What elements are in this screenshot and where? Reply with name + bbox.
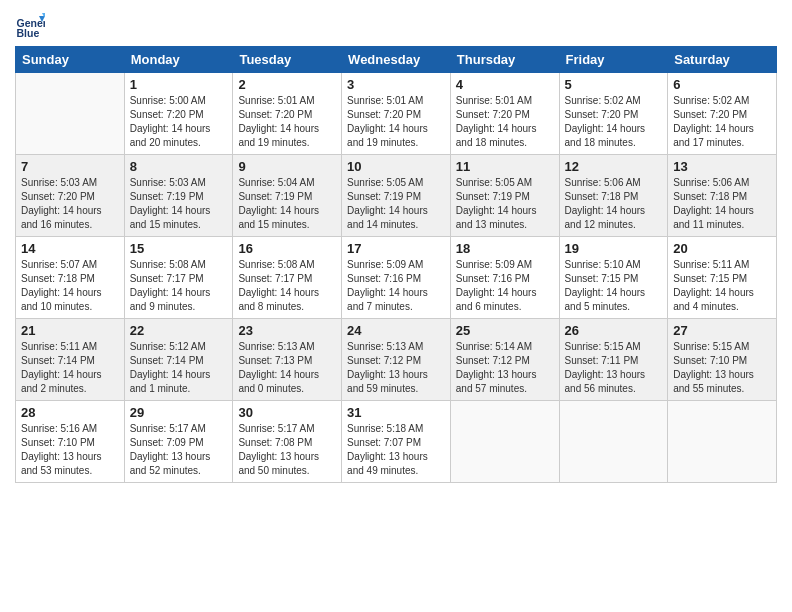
day-number: 31 [347,405,445,420]
week-row: 28Sunrise: 5:16 AM Sunset: 7:10 PM Dayli… [16,401,777,483]
day-number: 25 [456,323,554,338]
day-info: Sunrise: 5:15 AM Sunset: 7:10 PM Dayligh… [673,340,771,396]
weekday-header: Tuesday [233,47,342,73]
day-cell: 11Sunrise: 5:05 AM Sunset: 7:19 PM Dayli… [450,155,559,237]
day-info: Sunrise: 5:11 AM Sunset: 7:15 PM Dayligh… [673,258,771,314]
day-cell: 12Sunrise: 5:06 AM Sunset: 7:18 PM Dayli… [559,155,668,237]
day-info: Sunrise: 5:05 AM Sunset: 7:19 PM Dayligh… [347,176,445,232]
weekday-header: Saturday [668,47,777,73]
day-number: 9 [238,159,336,174]
day-number: 3 [347,77,445,92]
day-info: Sunrise: 5:03 AM Sunset: 7:19 PM Dayligh… [130,176,228,232]
day-info: Sunrise: 5:14 AM Sunset: 7:12 PM Dayligh… [456,340,554,396]
day-info: Sunrise: 5:18 AM Sunset: 7:07 PM Dayligh… [347,422,445,478]
day-info: Sunrise: 5:10 AM Sunset: 7:15 PM Dayligh… [565,258,663,314]
day-number: 14 [21,241,119,256]
day-cell: 29Sunrise: 5:17 AM Sunset: 7:09 PM Dayli… [124,401,233,483]
day-cell: 18Sunrise: 5:09 AM Sunset: 7:16 PM Dayli… [450,237,559,319]
day-info: Sunrise: 5:13 AM Sunset: 7:13 PM Dayligh… [238,340,336,396]
day-cell: 5Sunrise: 5:02 AM Sunset: 7:20 PM Daylig… [559,73,668,155]
weekday-header: Wednesday [342,47,451,73]
weekday-header: Thursday [450,47,559,73]
day-number: 30 [238,405,336,420]
day-number: 22 [130,323,228,338]
day-number: 7 [21,159,119,174]
day-number: 27 [673,323,771,338]
day-cell: 16Sunrise: 5:08 AM Sunset: 7:17 PM Dayli… [233,237,342,319]
logo: General Blue [15,10,49,40]
day-number: 23 [238,323,336,338]
day-number: 1 [130,77,228,92]
day-info: Sunrise: 5:17 AM Sunset: 7:09 PM Dayligh… [130,422,228,478]
day-info: Sunrise: 5:09 AM Sunset: 7:16 PM Dayligh… [456,258,554,314]
day-number: 20 [673,241,771,256]
svg-text:Blue: Blue [17,27,40,39]
day-info: Sunrise: 5:00 AM Sunset: 7:20 PM Dayligh… [130,94,228,150]
day-cell: 26Sunrise: 5:15 AM Sunset: 7:11 PM Dayli… [559,319,668,401]
day-number: 2 [238,77,336,92]
week-row: 21Sunrise: 5:11 AM Sunset: 7:14 PM Dayli… [16,319,777,401]
day-cell: 17Sunrise: 5:09 AM Sunset: 7:16 PM Dayli… [342,237,451,319]
day-info: Sunrise: 5:05 AM Sunset: 7:19 PM Dayligh… [456,176,554,232]
day-number: 13 [673,159,771,174]
day-number: 11 [456,159,554,174]
day-info: Sunrise: 5:03 AM Sunset: 7:20 PM Dayligh… [21,176,119,232]
day-cell [668,401,777,483]
day-number: 18 [456,241,554,256]
day-cell [16,73,125,155]
day-info: Sunrise: 5:04 AM Sunset: 7:19 PM Dayligh… [238,176,336,232]
day-cell: 22Sunrise: 5:12 AM Sunset: 7:14 PM Dayli… [124,319,233,401]
day-number: 5 [565,77,663,92]
day-number: 17 [347,241,445,256]
day-info: Sunrise: 5:08 AM Sunset: 7:17 PM Dayligh… [238,258,336,314]
day-info: Sunrise: 5:01 AM Sunset: 7:20 PM Dayligh… [347,94,445,150]
day-cell: 31Sunrise: 5:18 AM Sunset: 7:07 PM Dayli… [342,401,451,483]
day-cell: 3Sunrise: 5:01 AM Sunset: 7:20 PM Daylig… [342,73,451,155]
day-cell: 21Sunrise: 5:11 AM Sunset: 7:14 PM Dayli… [16,319,125,401]
weekday-header: Monday [124,47,233,73]
weekday-header: Friday [559,47,668,73]
day-cell: 2Sunrise: 5:01 AM Sunset: 7:20 PM Daylig… [233,73,342,155]
day-info: Sunrise: 5:06 AM Sunset: 7:18 PM Dayligh… [565,176,663,232]
day-info: Sunrise: 5:13 AM Sunset: 7:12 PM Dayligh… [347,340,445,396]
day-info: Sunrise: 5:15 AM Sunset: 7:11 PM Dayligh… [565,340,663,396]
day-cell: 28Sunrise: 5:16 AM Sunset: 7:10 PM Dayli… [16,401,125,483]
day-info: Sunrise: 5:02 AM Sunset: 7:20 PM Dayligh… [673,94,771,150]
day-number: 10 [347,159,445,174]
day-cell: 19Sunrise: 5:10 AM Sunset: 7:15 PM Dayli… [559,237,668,319]
day-info: Sunrise: 5:09 AM Sunset: 7:16 PM Dayligh… [347,258,445,314]
day-cell: 8Sunrise: 5:03 AM Sunset: 7:19 PM Daylig… [124,155,233,237]
day-number: 29 [130,405,228,420]
day-cell: 10Sunrise: 5:05 AM Sunset: 7:19 PM Dayli… [342,155,451,237]
day-cell: 15Sunrise: 5:08 AM Sunset: 7:17 PM Dayli… [124,237,233,319]
week-row: 1Sunrise: 5:00 AM Sunset: 7:20 PM Daylig… [16,73,777,155]
day-number: 19 [565,241,663,256]
day-info: Sunrise: 5:11 AM Sunset: 7:14 PM Dayligh… [21,340,119,396]
day-cell: 1Sunrise: 5:00 AM Sunset: 7:20 PM Daylig… [124,73,233,155]
page-container: General Blue SundayMondayTuesdayWednesda… [0,0,792,493]
day-cell: 27Sunrise: 5:15 AM Sunset: 7:10 PM Dayli… [668,319,777,401]
logo-icon: General Blue [15,10,45,40]
day-cell: 4Sunrise: 5:01 AM Sunset: 7:20 PM Daylig… [450,73,559,155]
day-cell: 9Sunrise: 5:04 AM Sunset: 7:19 PM Daylig… [233,155,342,237]
calendar-table: SundayMondayTuesdayWednesdayThursdayFrid… [15,46,777,483]
week-row: 14Sunrise: 5:07 AM Sunset: 7:18 PM Dayli… [16,237,777,319]
week-row: 7Sunrise: 5:03 AM Sunset: 7:20 PM Daylig… [16,155,777,237]
day-info: Sunrise: 5:01 AM Sunset: 7:20 PM Dayligh… [238,94,336,150]
day-number: 8 [130,159,228,174]
day-cell: 6Sunrise: 5:02 AM Sunset: 7:20 PM Daylig… [668,73,777,155]
day-cell: 13Sunrise: 5:06 AM Sunset: 7:18 PM Dayli… [668,155,777,237]
day-cell [450,401,559,483]
day-number: 24 [347,323,445,338]
day-cell: 25Sunrise: 5:14 AM Sunset: 7:12 PM Dayli… [450,319,559,401]
day-number: 21 [21,323,119,338]
day-number: 12 [565,159,663,174]
day-info: Sunrise: 5:01 AM Sunset: 7:20 PM Dayligh… [456,94,554,150]
day-cell: 24Sunrise: 5:13 AM Sunset: 7:12 PM Dayli… [342,319,451,401]
day-info: Sunrise: 5:07 AM Sunset: 7:18 PM Dayligh… [21,258,119,314]
day-cell: 30Sunrise: 5:17 AM Sunset: 7:08 PM Dayli… [233,401,342,483]
weekday-header: Sunday [16,47,125,73]
day-info: Sunrise: 5:08 AM Sunset: 7:17 PM Dayligh… [130,258,228,314]
day-number: 6 [673,77,771,92]
day-info: Sunrise: 5:17 AM Sunset: 7:08 PM Dayligh… [238,422,336,478]
